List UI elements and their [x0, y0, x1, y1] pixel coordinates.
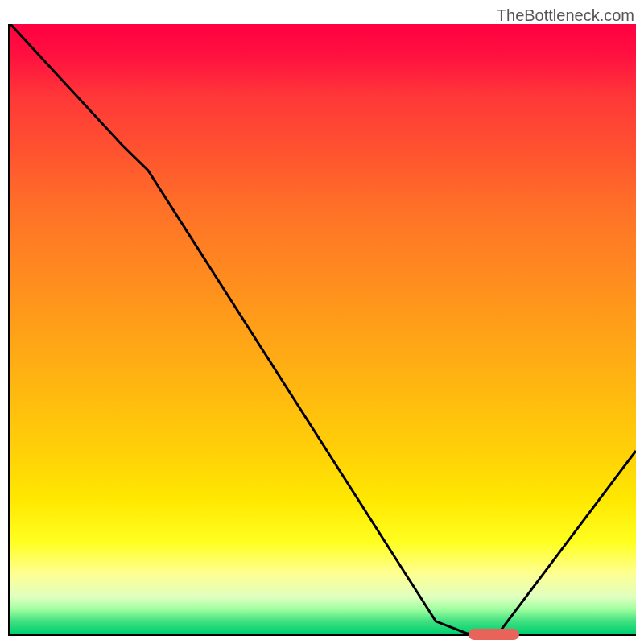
watermark-text: TheBottleneck.com [497, 6, 634, 25]
bottleneck-line [10, 24, 636, 634]
optimal-marker [469, 629, 518, 640]
chart-area [8, 24, 636, 636]
